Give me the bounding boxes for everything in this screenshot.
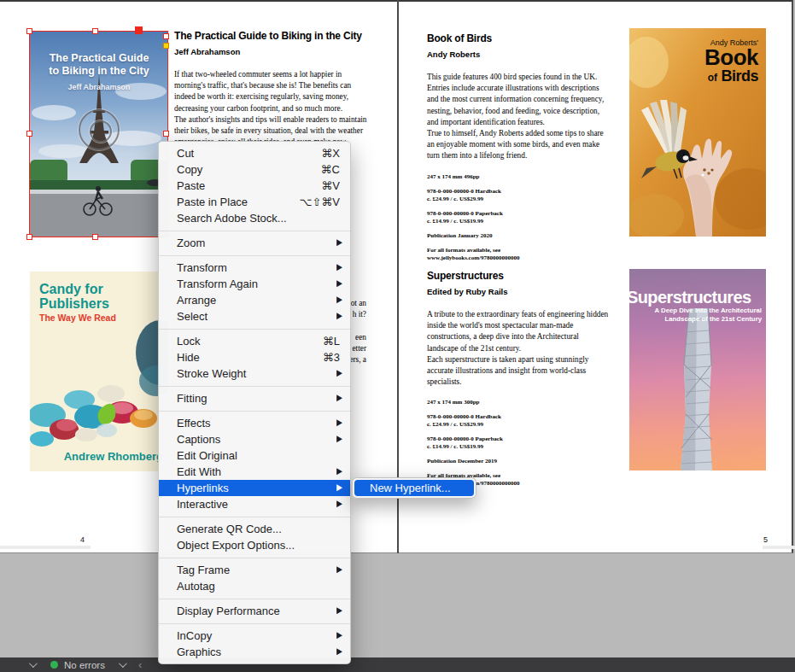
menu-item-edit-with[interactable]: Edit With▶ xyxy=(159,464,350,480)
selection-handle-mid-right[interactable] xyxy=(163,131,169,137)
selection-handle-top-center[interactable] xyxy=(92,28,98,34)
book-meta: 247 x 174 mm 300pp978-0-000-00000-0 Hard… xyxy=(427,399,610,488)
selection-handle-top-left[interactable] xyxy=(26,28,32,34)
hyperlinks-submenu: New Hyperlink... xyxy=(352,477,476,499)
menu-item-hide[interactable]: Hide⌘3 xyxy=(159,349,350,365)
shortcut-label: ⌥⇧⌘V xyxy=(299,194,340,210)
menu-item-lock[interactable]: Lock⌘L xyxy=(159,333,350,349)
status-chevron-icon[interactable] xyxy=(29,659,38,668)
selection-handle-solid[interactable] xyxy=(135,26,143,34)
book-cover-superstructures[interactable]: Superstructures A Deep Dive Into the Arc… xyxy=(629,269,766,470)
meta-group: 247 x 174 mm 496pp xyxy=(427,173,610,181)
shortcut-label: ⌘3 xyxy=(323,349,340,365)
submenu-arrow-icon: ▶ xyxy=(336,643,342,662)
shortcut-label: ⌘V xyxy=(321,178,340,194)
menu-item-new-hyperlink[interactable]: New Hyperlink... xyxy=(354,480,474,496)
body-paragraph: Each superstructure is taken apart using… xyxy=(427,354,610,389)
submenu-arrow-icon: ▶ xyxy=(336,602,342,621)
menu-item-fitting[interactable]: Fitting▶ xyxy=(159,390,350,406)
book-section-superstructures[interactable]: SuperstructuresEdited by Ruby RailsA tri… xyxy=(427,270,610,494)
menu-item-paste[interactable]: Paste⌘V xyxy=(159,178,350,194)
biking-cover-title: The Practical Guideto Biking in the City xyxy=(30,52,168,77)
body-paragraph: This guide features 400 bird species fou… xyxy=(427,72,610,128)
menu-item-incopy[interactable]: InCopy▶ xyxy=(159,628,350,644)
book-section-birds[interactable]: Book of BirdsAndy RobertsThis guide feat… xyxy=(427,32,610,269)
book-cover-candy[interactable]: Candy forPublishers The Way We Read Andr… xyxy=(30,272,168,471)
book-cover-birds[interactable]: Andy Roberts' Book of Birds xyxy=(629,28,766,237)
menu-item-paste-in-place[interactable]: Paste in Place⌥⇧⌘V xyxy=(159,194,350,210)
submenu-arrow-icon: ▶ xyxy=(336,561,342,580)
selection-handle-bottom-center[interactable] xyxy=(92,234,98,240)
menu-item-autotag[interactable]: Autotag xyxy=(159,578,350,594)
scroll-left-arrow-icon[interactable]: ‹ xyxy=(138,658,142,671)
meta-group: 247 x 174 mm 300pp xyxy=(427,399,610,406)
preflight-status-icon xyxy=(50,661,58,669)
menu-item-interactive[interactable]: Interactive▶ xyxy=(159,496,350,512)
meta-group: Publication December 2019 xyxy=(427,458,610,465)
body-paragraph: If that two-wheeled commuter seems a lot… xyxy=(174,69,369,114)
book-section-biking[interactable]: The Practical Guide to Biking in the Cit… xyxy=(174,30,369,160)
menu-item-select[interactable]: Select▶ xyxy=(159,308,350,324)
submenu-arrow-icon: ▶ xyxy=(336,307,342,326)
menu-item-transform[interactable]: Transform▶ xyxy=(159,260,350,276)
menu-item-object-export-options[interactable]: Object Export Options... xyxy=(159,537,350,553)
status-bar: No errors ‹ xyxy=(0,657,795,672)
meta-group: 978-0-000-00000-0 Paperbackc. £14.99 / c… xyxy=(427,210,610,225)
menu-item-zoom[interactable]: Zoom▶ xyxy=(159,235,350,251)
submenu-arrow-icon: ▶ xyxy=(336,495,342,514)
book-title: The Practical Guide to Biking in the Cit… xyxy=(174,30,369,42)
menu-item-generate-qr-code[interactable]: Generate QR Code... xyxy=(159,521,350,537)
menu-item-hyperlinks[interactable]: Hyperlinks▶ xyxy=(159,480,350,496)
body-paragraph: A tribute to the extraordinary feats of … xyxy=(427,309,610,354)
selection-handle-top-right[interactable] xyxy=(163,33,169,39)
menu-item-arrange[interactable]: Arrange▶ xyxy=(159,292,350,308)
preflight-menu-chevron-icon[interactable] xyxy=(119,659,127,668)
selection-handle-bottom-left[interactable] xyxy=(26,234,32,240)
menu-separator xyxy=(159,558,350,558)
menu-item-stroke-weight[interactable]: Stroke Weight▶ xyxy=(159,365,350,382)
page-number-left: 4 xyxy=(80,535,85,544)
menu-separator xyxy=(159,599,350,599)
meta-group: 978-0-000-00000-0 Hardbackc. £24.99 / c.… xyxy=(427,413,610,429)
candy-cover-subtitle: The Way We Read xyxy=(39,313,116,323)
meta-group: 978-0-000-00000-0 Paperbackc. £14.99 / c… xyxy=(427,435,610,451)
menu-separator xyxy=(159,623,350,624)
corner-options-widget[interactable] xyxy=(163,43,169,49)
book-author: Edited by Ruby Rails xyxy=(427,287,610,296)
submenu-arrow-icon: ▶ xyxy=(336,430,342,449)
content-grabber-icon[interactable] xyxy=(79,109,120,150)
menu-item-graphics[interactable]: Graphics▶ xyxy=(159,644,350,660)
menu-item-effects[interactable]: Effects▶ xyxy=(159,415,350,431)
context-menu: Cut⌘XCopy⌘CPaste⌘VPaste in Place⌥⇧⌘VSear… xyxy=(158,141,351,664)
menu-item-display-performance[interactable]: Display Performance▶ xyxy=(159,603,350,619)
book-meta: 247 x 174 mm 496pp978-0-000-00000-0 Hard… xyxy=(427,173,610,262)
book-body: This guide features 400 bird species fou… xyxy=(427,72,610,162)
footer-rule-right xyxy=(763,546,795,549)
footer-rule-left xyxy=(0,546,91,549)
meta-group: Publication January 2020 xyxy=(427,232,610,240)
birds-cover-title: Andy Roberts' Book of Birds xyxy=(704,38,758,85)
candy-cover-author: Andrew Rhomberg xyxy=(64,450,163,463)
shortcut-label: ⌘X xyxy=(321,145,340,161)
menu-separator xyxy=(159,411,350,412)
menu-item-search-adobe-stock[interactable]: Search Adobe Stock... xyxy=(159,210,350,226)
book-author: Andy Roberts xyxy=(427,50,610,59)
menu-item-edit-original[interactable]: Edit Original xyxy=(159,447,350,464)
book-title: Superstructures xyxy=(427,270,610,282)
menu-separator xyxy=(159,386,350,387)
selection-handle-mid-left[interactable] xyxy=(26,131,32,137)
candy-cover-title: Candy forPublishers xyxy=(39,282,109,311)
page-number-right: 5 xyxy=(763,535,768,544)
menu-separator xyxy=(159,517,350,517)
superstructures-cover-subtitle: A Deep Dive Into the ArchitecturalLandsc… xyxy=(655,307,763,324)
preflight-status-text[interactable]: No errors xyxy=(64,660,105,670)
superstructures-cover-title: Superstructures xyxy=(629,288,766,307)
menu-item-transform-again[interactable]: Transform Again▶ xyxy=(159,276,350,292)
body-paragraph: True to himself, Andy Roberts added some… xyxy=(427,128,610,162)
meta-group: For all formats available, seewww.jellyb… xyxy=(427,247,610,262)
menu-item-cut[interactable]: Cut⌘X xyxy=(159,145,350,161)
menu-item-copy[interactable]: Copy⌘C xyxy=(159,161,350,178)
book-cover-biking[interactable]: The Practical Guideto Biking in the City… xyxy=(30,32,168,237)
menu-item-tag-frame[interactable]: Tag Frame▶ xyxy=(159,562,350,578)
menu-item-captions[interactable]: Captions▶ xyxy=(159,431,350,447)
